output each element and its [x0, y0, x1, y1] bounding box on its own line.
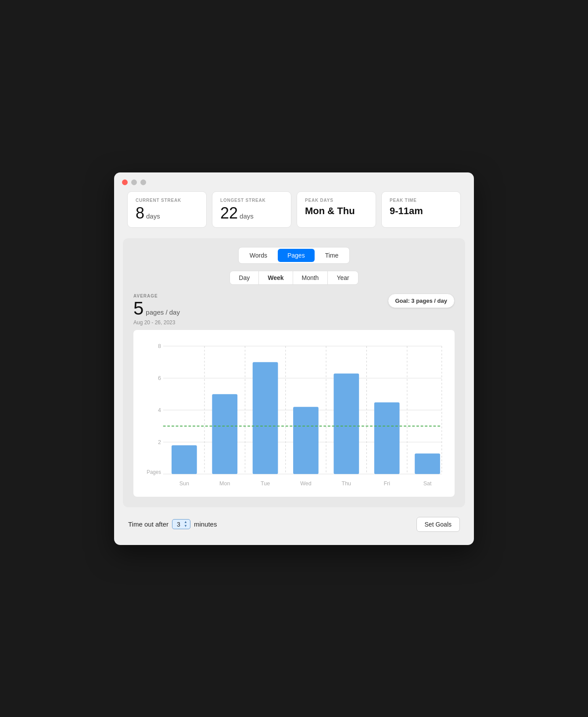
subtab-day[interactable]: Day	[230, 271, 259, 284]
longest-streak-unit: days	[240, 212, 254, 220]
titlebar	[114, 172, 474, 191]
peak-days-card: PEAK DAYS Mon & Thu	[297, 191, 376, 228]
longest-streak-card: LONGEST STREAK 22 days	[212, 191, 291, 228]
tab-words[interactable]: Words	[240, 249, 277, 262]
bar-tue	[253, 362, 278, 474]
bottom-bar: Time out after 3 ▲ ▼ minutes Set Goals	[114, 507, 474, 532]
chart-panel: Words Pages Time Day Week Month Year AVE…	[123, 238, 465, 507]
chart-date-range: Aug 20 - 26, 2023	[133, 319, 180, 326]
peak-time-value: 9-11am	[390, 205, 452, 217]
bar-mon	[212, 394, 237, 474]
timeout-label: Time out after	[128, 520, 169, 528]
goal-badge: Goal: 3 pages / day	[388, 294, 455, 308]
peak-time-card: PEAK TIME 9-11am	[381, 191, 461, 228]
current-streak-label: CURRENT STREAK	[136, 198, 198, 203]
stepper-arrows: ▲ ▼	[184, 520, 187, 528]
main-window: CURRENT STREAK 8 days LONGEST STREAK 22 …	[114, 172, 474, 545]
tab-pages[interactable]: Pages	[278, 249, 315, 262]
label-mon: Mon	[219, 480, 230, 487]
chart-average-unit: pages / day	[146, 308, 180, 316]
label-wed: Wed	[300, 480, 311, 487]
current-streak-value: 8 days	[136, 205, 198, 221]
maximize-button[interactable]	[140, 179, 146, 185]
timeout-stepper[interactable]: 3 ▲ ▼	[172, 519, 190, 529]
svg-text:Pages: Pages	[147, 469, 161, 475]
set-goals-button[interactable]: Set Goals	[416, 517, 460, 532]
bar-sat	[415, 453, 440, 474]
timeout-value: 3	[175, 521, 182, 528]
main-tab-container: Words Pages Time	[238, 247, 350, 264]
chart-average-number: 5	[133, 299, 143, 318]
current-streak-card: CURRENT STREAK 8 days	[127, 191, 207, 228]
chart-header: AVERAGE 5 pages / day Aug 20 - 26, 2023 …	[133, 294, 455, 326]
label-sat: Sat	[423, 480, 432, 487]
label-tue: Tue	[261, 480, 270, 487]
peak-days-value: Mon & Thu	[305, 205, 368, 217]
stepper-down[interactable]: ▼	[184, 524, 187, 528]
svg-text:6: 6	[158, 374, 161, 381]
bar-sun	[172, 445, 197, 474]
close-button[interactable]	[122, 179, 128, 185]
peak-days-label: PEAK DAYS	[305, 198, 368, 203]
longest-streak-label: LONGEST STREAK	[220, 198, 283, 203]
stats-row: CURRENT STREAK 8 days LONGEST STREAK 22 …	[114, 191, 474, 238]
subtab-month[interactable]: Month	[293, 271, 328, 284]
current-streak-unit: days	[146, 212, 160, 220]
svg-text:8: 8	[158, 342, 161, 349]
timeout-row: Time out after 3 ▲ ▼ minutes	[128, 519, 217, 529]
longest-streak-value: 22 days	[220, 205, 283, 221]
peak-time-label: PEAK TIME	[390, 198, 452, 203]
svg-text:2: 2	[158, 438, 161, 445]
chart-svg: 8 6 4 2 Pages	[138, 337, 450, 492]
chart-avg-section: AVERAGE 5 pages / day Aug 20 - 26, 2023	[133, 294, 180, 326]
label-fri: Fri	[384, 480, 390, 487]
stepper-up[interactable]: ▲	[184, 520, 187, 524]
label-thu: Thu	[342, 480, 351, 487]
sub-tab-container: Day Week Month Year	[229, 271, 358, 285]
bar-fri	[374, 402, 400, 473]
tab-time[interactable]: Time	[316, 249, 348, 262]
timeout-unit: minutes	[194, 520, 217, 528]
peak-days-text: Mon & Thu	[305, 205, 355, 217]
svg-text:4: 4	[158, 406, 161, 413]
minimize-button[interactable]	[131, 179, 137, 185]
label-sun: Sun	[179, 480, 189, 487]
bar-wed	[293, 407, 319, 474]
peak-time-text: 9-11am	[390, 205, 423, 217]
current-streak-number: 8	[136, 205, 144, 221]
subtab-year[interactable]: Year	[328, 271, 358, 284]
chart-average-label: AVERAGE	[133, 294, 180, 298]
sub-tabs: Day Week Month Year	[133, 271, 455, 285]
bar-thu	[333, 373, 359, 474]
subtab-week[interactable]: Week	[259, 271, 293, 284]
chart-average-value: 5 pages / day	[133, 299, 180, 318]
main-tabs: Words Pages Time	[133, 247, 455, 264]
chart-area: 8 6 4 2 Pages	[133, 330, 455, 497]
longest-streak-number: 22	[220, 205, 238, 221]
